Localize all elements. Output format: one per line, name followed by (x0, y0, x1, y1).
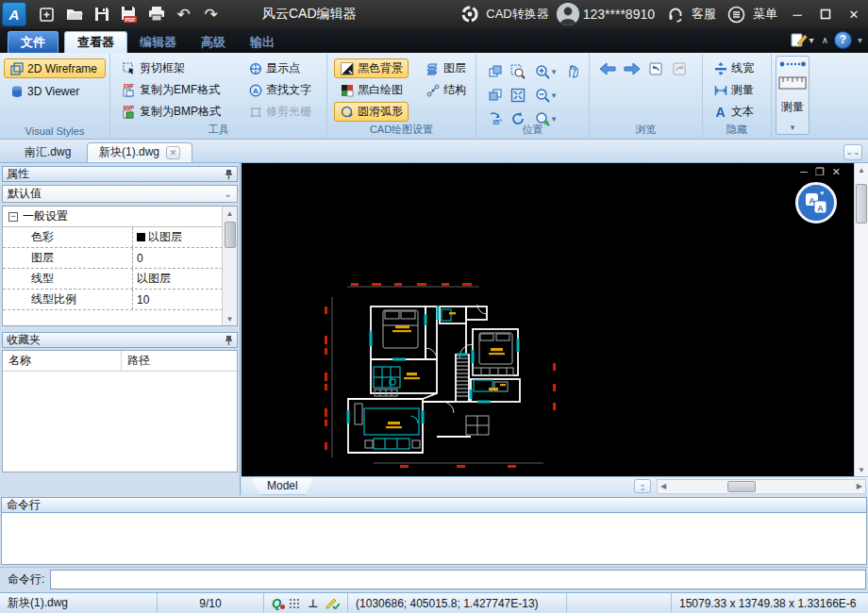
scroll-up-icon[interactable]: ▲ (226, 207, 234, 220)
3d-viewer-button[interactable]: 3D Viewer (4, 81, 106, 101)
save-pdf-button[interactable]: PDF (116, 3, 142, 25)
text-button[interactable]: A 文本 (708, 102, 760, 122)
send-backward-button[interactable] (488, 88, 503, 103)
customer-service-button[interactable]: 客服 (692, 6, 716, 23)
trim-raster-button[interactable]: 修剪光栅 (242, 102, 317, 122)
tab-output[interactable]: 输出 (238, 31, 287, 53)
tab-editor[interactable]: 编辑器 (127, 31, 189, 53)
canvas-vertical-scrollbar[interactable]: ▲ ▼ (854, 163, 868, 476)
cad-converter-button[interactable]: CAD转换器 (486, 6, 548, 23)
property-group-row[interactable]: − 一般设置 (3, 207, 237, 227)
property-row-layer[interactable]: 图层 0 (3, 248, 237, 269)
pan-button[interactable] (565, 64, 580, 79)
mdi-window-controls: ─ ❐ ✕ (800, 166, 841, 178)
structure-button[interactable]: 结构 (420, 80, 472, 100)
osnap-toggle[interactable]: Q (272, 596, 281, 610)
line-width-button[interactable]: 线宽 (708, 58, 760, 78)
mdi-restore-icon[interactable]: ❐ (815, 166, 825, 178)
bw-drawing-button[interactable]: 黑白绘图 (334, 80, 409, 100)
find-text-button[interactable]: A 查找文字 (242, 80, 317, 100)
maximize-button[interactable] (813, 2, 838, 26)
zoom-in-button[interactable]: ▾ (535, 64, 557, 79)
smooth-arc-button[interactable]: 圆滑弧形 (334, 102, 409, 122)
menu-button[interactable]: 菜单 (753, 6, 777, 23)
clip-frame-button[interactable]: 剪切框架 (116, 58, 226, 78)
find-text-icon: A (248, 83, 262, 97)
tab-advanced[interactable]: 高级 (189, 31, 238, 53)
ortho-toggle[interactable]: ⊥ (308, 597, 318, 610)
convert-floating-button[interactable]: A A (795, 182, 837, 224)
column-name[interactable]: 名称 (3, 351, 122, 371)
draw-toggle[interactable] (326, 597, 340, 609)
measure-small-button[interactable]: 测量 (708, 80, 760, 100)
property-row-linetype[interactable]: 线型 以图层 (3, 269, 237, 290)
mdi-close-icon[interactable]: ✕ (832, 166, 841, 178)
2d-wireframe-button[interactable]: 2D Wireframe (4, 58, 106, 78)
new-file-button[interactable] (34, 3, 59, 25)
view-back-page-button[interactable] (648, 61, 664, 76)
zoom-window-button[interactable] (510, 64, 526, 79)
command-input[interactable] (50, 570, 866, 589)
scroll-right-icon[interactable]: ▶ (857, 480, 865, 493)
scroll-left-icon[interactable]: ◀ (658, 480, 666, 493)
tab-list-button[interactable]: ⌄⌄ (843, 144, 862, 160)
copy-bmp-button[interactable]: BMP 复制为BMP格式 (116, 102, 226, 122)
tab-viewer[interactable]: 查看器 (64, 31, 127, 53)
scroll-thumb[interactable] (727, 481, 756, 492)
scroll-thumb[interactable] (225, 222, 236, 248)
doc-tab-nanhui[interactable]: 南汇.dwg (13, 142, 82, 162)
tab-file[interactable]: 文件 (8, 31, 58, 53)
previous-view-button[interactable] (599, 62, 616, 75)
doc-tab-xinkuai[interactable]: 新块(1).dwg ✕ (87, 142, 192, 162)
collapse-ribbon-button[interactable]: ∧ (820, 30, 830, 49)
account-number[interactable]: 123****8910 (583, 7, 655, 22)
quick-edit-button[interactable]: ▾ (789, 30, 816, 49)
next-view-button[interactable] (624, 62, 641, 75)
zoom-extents-button[interactable] (510, 88, 526, 103)
property-row-color[interactable]: 色彩 以图层 (3, 227, 237, 248)
scroll-down-icon[interactable]: ▼ (858, 463, 865, 476)
command-prompt-label: 命令行: (2, 572, 50, 588)
measure-icon (713, 83, 727, 97)
command-output[interactable] (1, 513, 867, 565)
property-grid-scrollbar[interactable]: ▲ ▼ (222, 207, 237, 325)
bmp-file-icon: BMP (122, 105, 136, 119)
column-path[interactable]: 路径 (122, 353, 150, 369)
copy-emf-button[interactable]: EMF 复制为EMF格式 (116, 80, 226, 100)
command-panel-header[interactable]: 命令行 (1, 497, 867, 513)
property-row-ltscale[interactable]: 线型比例 10 (3, 290, 237, 310)
grid-toggle[interactable] (289, 598, 300, 609)
print-button[interactable] (143, 3, 169, 25)
view-forward-page-button[interactable] (672, 61, 688, 76)
black-background-button[interactable]: 黑色背景 (334, 58, 409, 78)
favorites-list[interactable] (2, 371, 238, 472)
undo-button[interactable]: ↶ (171, 3, 196, 25)
avatar[interactable] (557, 3, 579, 25)
canvas-horizontal-scrollbar[interactable]: ◀ ▶ (657, 479, 866, 494)
smooth-arc-icon (340, 105, 354, 119)
pin-icon[interactable] (225, 335, 233, 346)
scroll-up-icon[interactable]: ▲ (858, 163, 865, 176)
close-button[interactable]: ✕ (842, 2, 866, 26)
model-tab[interactable]: Model (251, 478, 314, 495)
mdi-minimize-icon[interactable]: ─ (800, 166, 808, 178)
close-tab-icon[interactable]: ✕ (166, 146, 180, 159)
redo-button[interactable]: ↷ (198, 3, 224, 25)
zoom-out-button[interactable]: ▾ (535, 88, 557, 103)
scroll-down-icon[interactable]: ▼ (226, 312, 234, 325)
collapse-icon[interactable]: − (8, 212, 18, 222)
help-dropdown[interactable]: ▾ (856, 30, 864, 49)
preset-dropdown[interactable]: 默认值 ⌄ (2, 185, 238, 203)
open-file-button[interactable] (61, 3, 87, 25)
scroll-thumb[interactable] (856, 184, 867, 224)
minimize-button[interactable]: ─ (785, 2, 810, 26)
pin-icon[interactable] (225, 169, 233, 180)
save-button[interactable] (89, 3, 114, 25)
layers-button[interactable]: 图层 (420, 58, 472, 78)
help-button[interactable]: ? (834, 31, 852, 49)
bring-forward-button[interactable] (488, 64, 503, 79)
drawing-canvas[interactable]: ─ ❐ ✕ A A (242, 163, 854, 476)
layout-list-button[interactable]: ⌄⌄ (634, 479, 651, 493)
measure-big-button[interactable]: 测量 ▾ (776, 56, 810, 135)
show-points-button[interactable]: 显示点 (242, 58, 317, 78)
